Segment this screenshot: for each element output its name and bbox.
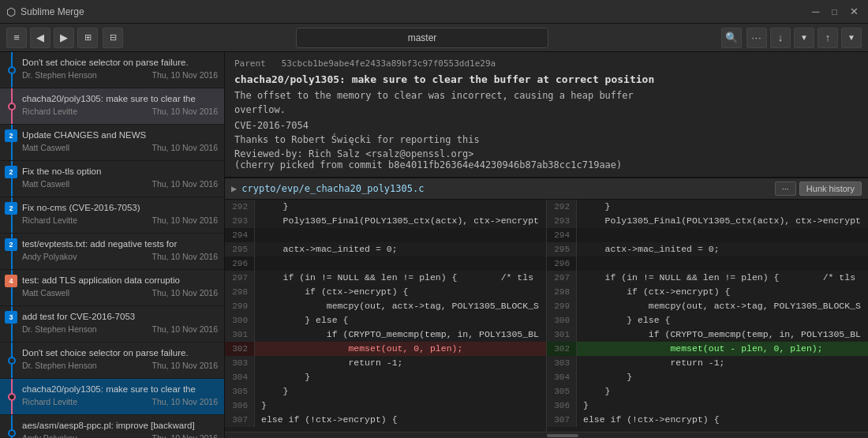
commit-title: aes/asm/aesp8-ppc.pl: improve [backward]	[22, 420, 211, 432]
diff-line-number: 307	[547, 413, 577, 427]
diff-line-content: actx->mac_inited = 0;	[255, 242, 546, 256]
commit-item[interactable]: Don't set choice selector on parse failu…	[0, 343, 224, 379]
diff-line: 301 if (CRYPTO_memcmp(temp, in, POLY1305…	[225, 328, 546, 342]
diff-line-content: else if (!ctx->encrypt) {	[255, 413, 546, 427]
commit-meta: Richard LevitteThu, 10 Nov 2016	[22, 215, 218, 225]
stash-btn[interactable]: ⊟	[103, 28, 123, 48]
file-path-text: crypto/evp/e_chacha20_poly1305.c	[241, 183, 424, 194]
diff-line-number: 300	[547, 313, 577, 328]
diff-line-number: 305	[547, 384, 577, 399]
commit-item[interactable]: 3add test for CVE-2016-7053Dr. Stephen H…	[0, 306, 224, 343]
commit-date: Thu, 10 Nov 2016	[152, 288, 218, 298]
diff-line: 301 if (CRYPTO_memcmp(temp, in, POLY1305…	[547, 328, 868, 342]
commit-title: test/evptests.txt: add negative tests fo…	[22, 238, 211, 250]
diff-line: 298 if (ctx->encrypt) {	[225, 285, 546, 299]
diff-line-number: 293	[225, 214, 255, 228]
pull-btn[interactable]: ↓	[770, 28, 791, 48]
maximize-btn[interactable]: □	[829, 7, 840, 17]
commit-dot	[8, 393, 16, 401]
diff-line-content: if (in != NULL && len != plen) { /* tls	[255, 271, 546, 285]
commit-date: Thu, 10 Nov 2016	[152, 433, 218, 438]
diff-line-number: 303	[547, 356, 577, 370]
diff-line-content: actx->mac_inited = 0;	[577, 242, 868, 256]
diff-line: 304 }	[225, 370, 546, 384]
close-btn[interactable]: ✕	[847, 6, 862, 17]
forward-btn[interactable]: ▶	[54, 28, 74, 48]
diff-line: 305 }	[547, 384, 868, 399]
diff-line-content: } else {	[255, 313, 546, 328]
diff-line-number: 302	[547, 342, 577, 356]
search-btn[interactable]: 🔍	[721, 28, 742, 48]
right-panel: Parent 53cbcb1be9abe4fe2433a89bf3c97f055…	[225, 52, 868, 438]
diff-line-number: 304	[225, 370, 255, 384]
stage-btn[interactable]: ⊞	[77, 28, 98, 48]
push-opts-btn[interactable]: ▼	[841, 28, 862, 48]
commit-title: test: add TLS application data corruptio	[22, 275, 211, 286]
diff-line: 300 } else {	[225, 313, 546, 328]
diff-scrollbar[interactable]	[225, 432, 868, 438]
commit-item[interactable]: aes/asm/aesp8-ppc.pl: improve [backward]…	[0, 415, 224, 438]
commit-item[interactable]: chacha20/poly1305: make sure to clear th…	[0, 88, 224, 125]
commit-item[interactable]: Don't set choice selector on parse failu…	[0, 52, 224, 88]
more-btn[interactable]: ···	[746, 28, 767, 48]
diff-line: 293 Poly1305_Final(POLY1305_ctx(actx), c…	[547, 214, 868, 228]
window-controls: ─ □ ✕	[809, 6, 862, 17]
commit-date: Thu, 10 Nov 2016	[152, 252, 218, 261]
commit-dot	[8, 429, 16, 437]
commit-meta: Andy PolyakovThu, 10 Nov 2016	[22, 433, 218, 438]
commit-title: Fix no-cms (CVE-2016-7053)	[22, 202, 211, 214]
diff-pane-right: 292 }293 Poly1305_Final(POLY1305_ctx(act…	[547, 200, 868, 432]
commit-thanks: Thanks to Robert Święcki for reporting t…	[234, 134, 859, 145]
commit-message: Parent 53cbcb1be9abe4fe2433a89bf3c97f055…	[225, 52, 868, 178]
hunk-history-btn[interactable]: Hunk history	[799, 182, 862, 196]
diff-line-content: } else {	[577, 313, 868, 328]
commit-meta: Dr. Stephen HensonThu, 10 Nov 2016	[22, 324, 218, 334]
commit-item[interactable]: 2test/evptests.txt: add negative tests f…	[0, 234, 224, 270]
pull-opts-btn[interactable]: ▼	[794, 28, 814, 48]
diff-line-number: 300	[225, 313, 255, 328]
diff-line-content: }	[255, 399, 546, 413]
diff-line-number: 306	[225, 399, 255, 413]
commit-dot	[8, 357, 16, 365]
diff-line: 302 memset(out - plen, 0, plen);	[547, 342, 868, 356]
commit-badge: 2	[5, 238, 17, 251]
commit-item[interactable]: 2Fix no-cms (CVE-2016-7053)Richard Levit…	[0, 197, 224, 234]
minimize-btn[interactable]: ─	[809, 6, 822, 17]
commit-dot	[8, 66, 16, 74]
diff-line: 299 memcpy(out, actx->tag, POLY1305_BLOC…	[225, 299, 546, 313]
diff-line: 294	[225, 228, 546, 242]
diff-line: 305 }	[225, 384, 546, 399]
commit-item[interactable]: chacha20/poly1305: make sure to clear th…	[0, 379, 224, 415]
commit-item[interactable]: 2Fix the no-tls optionMatt CaswellThu, 1…	[0, 161, 224, 197]
diff-line: 302 memset(out, 0, plen);	[225, 342, 546, 356]
diff-line-number: 294	[547, 228, 577, 242]
commit-meta: Dr. Stephen HensonThu, 10 Nov 2016	[22, 361, 218, 370]
commit-meta: Andy PolyakovThu, 10 Nov 2016	[22, 252, 218, 261]
diff-more-btn[interactable]: ···	[775, 182, 796, 196]
sidebar-toggle-btn[interactable]: ≡	[6, 28, 27, 48]
titlebar: ⬡ Sublime Merge ─ □ ✕	[0, 0, 868, 24]
commit-item[interactable]: 2Update CHANGES and NEWSMatt CaswellThu,…	[0, 125, 224, 161]
commit-date: Thu, 10 Nov 2016	[152, 397, 218, 406]
diff-line-content	[577, 256, 868, 271]
back-btn[interactable]: ◀	[30, 28, 51, 48]
file-expand-icon[interactable]: ▶	[231, 183, 237, 194]
commit-date: Thu, 10 Nov 2016	[152, 215, 218, 225]
diff-line-content: Poly1305_Final(POLY1305_ctx(actx), ctx->…	[255, 214, 546, 228]
commit-date: Thu, 10 Nov 2016	[152, 70, 218, 80]
diff-line-content: }	[255, 370, 546, 384]
commit-title: Don't set choice selector on parse failu…	[22, 347, 211, 359]
diff-line-content: memcpy(out, actx->tag, POLY1305_BLOCK_S	[255, 299, 546, 313]
commit-meta: Matt CaswellThu, 10 Nov 2016	[22, 143, 218, 152]
diff-line: 298 if (ctx->encrypt) {	[547, 285, 868, 299]
commit-item[interactable]: 4test: add TLS application data corrupti…	[0, 270, 224, 306]
commit-date: Thu, 10 Nov 2016	[152, 107, 218, 116]
diff-line-number: 295	[547, 242, 577, 256]
push-btn[interactable]: ↑	[817, 28, 838, 48]
main-area: Don't set choice selector on parse failu…	[0, 52, 868, 438]
diff-line-content: memcpy(out, actx->tag, POLY1305_BLOCK_S	[577, 299, 868, 313]
diff-line-number: 296	[225, 256, 255, 271]
commit-author: Matt Caswell	[22, 179, 69, 189]
commit-author: Dr. Stephen Henson	[22, 324, 97, 334]
diff-pane-left: 292 }293 Poly1305_Final(POLY1305_ctx(act…	[225, 200, 547, 432]
